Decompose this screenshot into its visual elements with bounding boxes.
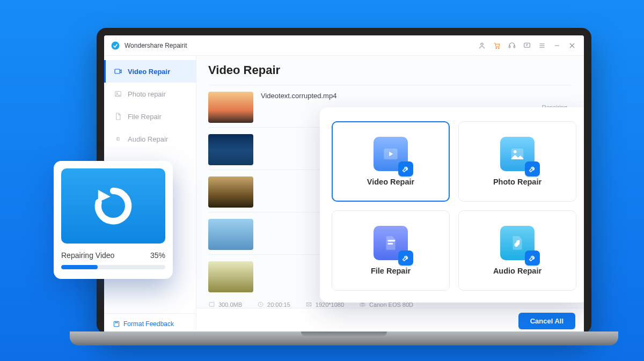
support-icon[interactable] <box>506 39 518 52</box>
mode-card-file-repair[interactable]: File Repair <box>332 210 450 291</box>
progress-label: Repairing Video <box>61 251 114 260</box>
titlebar: Wondershare Repairit <box>104 35 584 56</box>
progress-card-hero <box>61 168 165 244</box>
svg-rect-6 <box>524 43 530 47</box>
minimize-icon[interactable] <box>551 39 564 52</box>
svg-point-9 <box>116 93 118 94</box>
menu-icon[interactable] <box>536 39 548 52</box>
user-icon[interactable] <box>475 39 488 52</box>
app-window: Wondershare Repairit Video Repair <box>104 35 584 334</box>
video-thumbnail <box>208 134 253 165</box>
svg-rect-7 <box>115 69 120 73</box>
wrench-icon <box>398 161 413 176</box>
laptop-base <box>70 331 618 345</box>
progress-bar-fill <box>61 265 98 269</box>
svg-point-0 <box>112 41 120 49</box>
svg-point-1 <box>481 43 483 45</box>
video-thumbnail <box>208 92 253 123</box>
cancel-all-button[interactable]: Cancel All <box>518 313 575 329</box>
video-thumbnail <box>208 176 253 208</box>
mode-label: Video Repair <box>367 178 414 186</box>
mode-card-video-repair[interactable]: Video Repair <box>332 121 450 202</box>
main-area: Video Repair Videotext.corrupted.mp4 Rep… <box>196 56 584 334</box>
feedback-icon[interactable] <box>521 39 533 52</box>
svg-rect-11 <box>209 303 214 307</box>
svg-rect-21 <box>387 243 393 245</box>
progress-percent: 35% <box>150 251 165 260</box>
svg-point-2 <box>496 47 497 48</box>
mode-card-audio-repair[interactable]: Audio Repair <box>458 210 576 291</box>
svg-rect-20 <box>387 240 395 241</box>
sidebar-item-label: Photo repair <box>128 90 166 98</box>
format-feedback-link[interactable]: Format Feedback <box>104 313 196 334</box>
sidebar-item-audio-repair[interactable]: Audio Repair <box>104 128 196 150</box>
mode-label: Photo Repair <box>493 178 541 186</box>
photo-icon <box>114 90 122 98</box>
video-thumbnail <box>208 261 253 292</box>
sidebar-item-photo-repair[interactable]: Photo repair <box>104 83 196 105</box>
svg-point-3 <box>498 47 499 48</box>
sidebar-item-label: File Repair <box>128 113 162 121</box>
mode-label: Audio Repair <box>493 267 541 275</box>
app-title: Wondershare Repairit <box>125 42 187 49</box>
footer-bar: Cancel All <box>196 308 584 334</box>
page-title: Video Repair <box>208 63 572 77</box>
video-thumbnail <box>208 219 253 250</box>
mode-label: File Repair <box>371 267 411 275</box>
progress-card: Repairing Video 35% <box>54 161 173 279</box>
sidebar-item-file-repair[interactable]: File Repair <box>104 105 196 128</box>
sidebar-item-label: Audio Repair <box>128 135 168 143</box>
wrench-icon <box>525 161 540 176</box>
format-feedback-label: Format Feedback <box>123 320 174 328</box>
sidebar-item-label: Video Repair <box>128 68 170 76</box>
file-name: Videotext.corrupted.mp4 <box>261 92 535 100</box>
svg-point-15 <box>362 304 363 305</box>
app-logo-icon <box>111 41 120 50</box>
wrench-icon <box>525 251 540 266</box>
repair-type-modal: Video Repair Photo Repair <box>320 107 584 303</box>
svg-point-19 <box>514 150 517 153</box>
audio-icon <box>114 135 122 143</box>
meta-size: 300.0MB <box>208 301 242 308</box>
progress-bar <box>61 265 165 269</box>
wrench-icon <box>398 251 413 266</box>
cart-icon[interactable] <box>491 39 503 52</box>
sidebar-item-video-repair[interactable]: Video Repair <box>104 60 196 83</box>
meta-duration: 20:00:15 <box>257 301 290 308</box>
undo-icon <box>90 182 137 230</box>
close-icon[interactable] <box>566 39 579 52</box>
mode-card-photo-repair[interactable]: Photo Repair <box>458 121 576 202</box>
video-icon <box>114 67 122 76</box>
file-icon <box>114 112 122 121</box>
